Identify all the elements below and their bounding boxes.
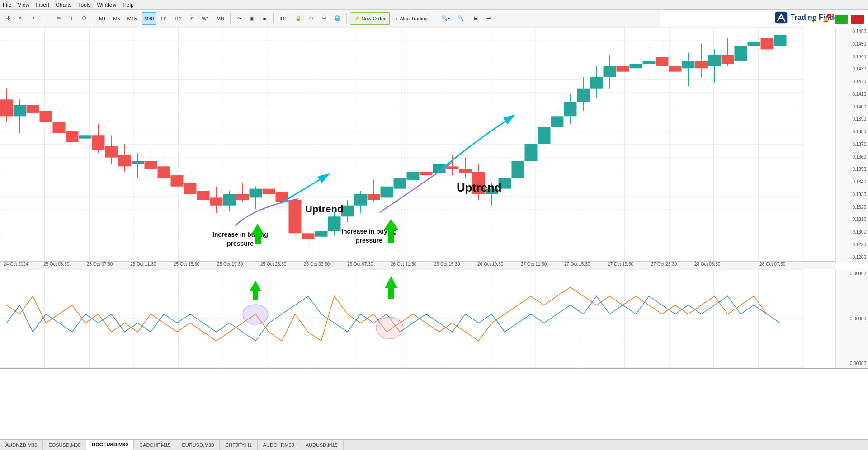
price-0: 0.1460: [838, 29, 866, 34]
email-btn[interactable]: ✉: [319, 12, 330, 25]
tl-17: 28 Oct 07:30: [760, 262, 785, 267]
tab-cadchf[interactable]: CADCHF,M15: [134, 440, 176, 450]
shapes-btn[interactable]: ⬡: [79, 12, 90, 25]
time-axis-strip: 24 Oct 2024 25 Oct 03:30 25 Oct 07:30 25…: [0, 261, 835, 269]
price-17: 0.1290: [838, 242, 866, 247]
line-btn[interactable]: /: [28, 12, 39, 25]
menu-tools[interactable]: Tools: [78, 2, 91, 8]
algo-trading-label: New Order: [362, 16, 386, 21]
ind-scale-max: 0.00862: [838, 271, 866, 276]
price-18: 0.1280: [838, 255, 866, 260]
price-5: 0.1410: [838, 92, 866, 97]
tl-11: 26 Oct 19:30: [477, 262, 503, 267]
ide-btn[interactable]: IDE: [277, 12, 290, 25]
top-right-controls: 🔍 🔔 4: [806, 11, 864, 28]
tl-4: 25 Oct 15:30: [174, 262, 199, 267]
tf-m15[interactable]: M15: [125, 12, 140, 25]
zoom-out-btn[interactable]: 🔍-: [455, 12, 468, 25]
status-btn[interactable]: [851, 15, 864, 24]
new-order-label: Algo Trading: [400, 16, 428, 21]
pen-btn[interactable]: ✏: [53, 12, 64, 25]
chart-type-line[interactable]: 〜: [234, 12, 245, 25]
chart-type-candle[interactable]: ▣: [246, 12, 257, 25]
hline-btn[interactable]: —: [41, 12, 52, 25]
price-16: 0.1300: [838, 230, 866, 234]
tl-9: 26 Oct 11:30: [391, 262, 416, 267]
ind-scale-min: -0.00082: [838, 361, 866, 366]
tab-audnzd[interactable]: AUDNZD,M30: [0, 440, 43, 450]
tl-14: 27 Oct 19:30: [608, 262, 633, 267]
tl-8: 26 Oct 07:30: [347, 262, 373, 267]
search-btn[interactable]: 🔍: [806, 13, 817, 26]
ind-scale-mid: 0.00000: [838, 316, 866, 321]
tl-12: 27 Oct 11:30: [521, 262, 547, 267]
menu-window[interactable]: Window: [97, 2, 117, 8]
algo-trading-btn[interactable]: ⚡ New Order: [350, 12, 390, 25]
price-11: 0.1350: [838, 167, 866, 172]
globe-btn[interactable]: 🌐: [331, 12, 343, 25]
tl-13: 27 Oct 15:30: [564, 262, 590, 267]
price-13: 0.1330: [838, 192, 866, 197]
menu-insert[interactable]: Insert: [36, 2, 49, 8]
tab-eosusd[interactable]: EOSUSD,M30: [43, 440, 86, 450]
indicator-price-scale: 0.00862 0.00000 -0.00082: [835, 269, 868, 368]
tf-m1[interactable]: M1: [96, 12, 108, 25]
price-1: 0.1450: [838, 42, 866, 47]
tl-6: 25 Oct 23:30: [260, 262, 286, 267]
price-6: 0.1400: [838, 104, 866, 109]
indicator-panel[interactable]: Buy Sell Pressure MT5 0.01680 0.00550 0.…: [0, 269, 868, 369]
menu-help[interactable]: Help: [123, 2, 134, 8]
sep4: [346, 13, 347, 24]
menu-bar: File View Insert Charts Tools Window Hel…: [0, 0, 868, 10]
arrow-btn[interactable]: ↖: [15, 12, 26, 25]
tf-m5[interactable]: M5: [110, 12, 123, 25]
signal-btn[interactable]: [835, 15, 848, 24]
tl-2: 25 Oct 07:30: [87, 262, 113, 267]
price-14: 0.1320: [838, 205, 866, 210]
tab-audchf[interactable]: AUDCHF,M30: [258, 440, 300, 450]
zoom-in-btn[interactable]: 🔍+: [439, 12, 453, 25]
price-3: 0.1430: [838, 66, 866, 71]
price-2: 0.1440: [838, 54, 866, 59]
bottom-tabs: AUDNZD,M30 EOSUSD,M30 DOGEUSD,M30 CADCHF…: [0, 439, 868, 450]
svg-rect-0: [775, 12, 788, 24]
text-btn[interactable]: T: [66, 12, 77, 25]
tl-5: 25 Oct 19:30: [217, 262, 243, 267]
price-12: 0.1340: [838, 179, 866, 184]
price-4: 0.1420: [838, 79, 866, 84]
arrows-btn[interactable]: ⇔: [306, 12, 317, 25]
grid-btn[interactable]: ⊞: [470, 12, 481, 25]
tab-audusd[interactable]: AUDUSD,M15: [300, 440, 344, 450]
tl-0: 24 Oct 2024: [4, 262, 28, 267]
chart-wrapper: File View Insert Charts Tools Window Hel…: [0, 0, 868, 450]
chart-type-bar[interactable]: ■: [259, 12, 270, 25]
price-7: 0.1390: [838, 117, 866, 122]
price-scale: 0.1460 0.1450 0.1440 0.1430 0.1420 0.141…: [835, 27, 868, 262]
menu-charts[interactable]: Charts: [56, 2, 71, 8]
price-8: 0.1380: [838, 129, 866, 134]
tf-h4[interactable]: H4: [172, 12, 184, 25]
algo-trading-icon: ⚡: [354, 15, 360, 21]
tf-h1[interactable]: H1: [158, 12, 170, 25]
tl-1: 25 Oct 03:30: [43, 262, 69, 267]
main-chart[interactable]: ⊞ DOGEUSD, M30: Dogecoin vs US Dollar 0.…: [0, 27, 868, 262]
tf-w1[interactable]: W1: [199, 12, 212, 25]
crosshair-btn[interactable]: ✛: [3, 12, 14, 25]
price-15: 0.1310: [838, 217, 866, 222]
tl-10: 26 Oct 15:30: [434, 262, 460, 267]
tl-7: 26 Oct 03:30: [304, 262, 330, 267]
tab-dogeusd[interactable]: DOGEUSD,M30: [86, 440, 134, 450]
tf-mn[interactable]: MN: [214, 12, 227, 25]
tf-d1[interactable]: D1: [186, 12, 198, 25]
menu-file[interactable]: File: [3, 2, 11, 8]
tab-eurusd[interactable]: EURUSD,M30: [176, 440, 220, 450]
toolbar: ✛ ↖ / — ✏ T ⬡ M1 M5 M15 M30 H1 H4 D1 W1 …: [0, 10, 660, 27]
auto-scroll-btn[interactable]: ⇥: [483, 12, 494, 25]
notification-btn[interactable]: 🔔 4: [820, 13, 832, 26]
lock-btn[interactable]: 🔒: [292, 12, 304, 25]
new-order-btn[interactable]: + Algo Trading: [392, 12, 432, 25]
tf-m30[interactable]: M30: [142, 12, 156, 25]
price-10: 0.1360: [838, 155, 866, 159]
tab-chfjpy[interactable]: CHFJPY,H1: [220, 440, 257, 450]
menu-view[interactable]: View: [18, 2, 29, 8]
